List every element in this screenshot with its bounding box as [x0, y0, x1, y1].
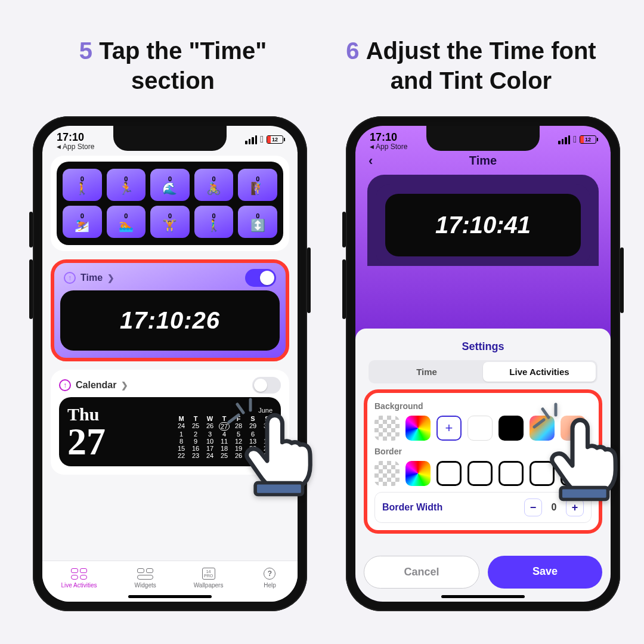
- swatch-border-magenta[interactable]: [561, 461, 586, 486]
- chevron-right-icon: ❯: [107, 273, 114, 283]
- activity-cell[interactable]: 0⛷️: [63, 206, 102, 238]
- home-indicator[interactable]: [441, 595, 525, 598]
- battery-icon: 12: [580, 135, 596, 144]
- widgets-icon: [137, 568, 153, 580]
- time-preview: 17:10:41: [385, 194, 581, 256]
- time-widget-preview: 17:10:26: [60, 290, 280, 351]
- phone-right: 17:10 App Store 􀙇 12 ‹ Time 17:10:41 Set…: [346, 116, 620, 611]
- segment-time[interactable]: Time: [370, 362, 483, 382]
- signal-icon: [245, 135, 257, 144]
- activity-cell[interactable]: 0🌊: [150, 169, 190, 201]
- activity-cell[interactable]: 0↕️: [238, 206, 277, 238]
- swatch-transparent[interactable]: [374, 416, 400, 441]
- border-width-stepper: − 0 +: [524, 499, 584, 516]
- activity-cell[interactable]: 0🏋️: [150, 206, 190, 238]
- background-swatches: +: [374, 416, 592, 441]
- settings-heading: Settings: [364, 340, 602, 353]
- activity-cell[interactable]: 0🧗: [238, 169, 277, 201]
- status-back-app[interactable]: App Store: [57, 143, 94, 151]
- tab-widgets[interactable]: Widgets: [135, 567, 156, 589]
- status-time: 17:10: [57, 132, 94, 143]
- page-title: Time: [469, 154, 497, 168]
- calendar-section-header[interactable]: ↑ Calendar ❯: [59, 377, 281, 394]
- swatch-gradient-soft[interactable]: [561, 416, 586, 441]
- cancel-button[interactable]: Cancel: [364, 556, 479, 589]
- status-back-app[interactable]: App Store: [370, 143, 407, 151]
- time-toggle[interactable]: [245, 269, 276, 287]
- swatch-border-blue[interactable]: [530, 461, 555, 486]
- settings-sheet: Settings Time Live Activities Background…: [355, 329, 611, 602]
- status-time: 17:10: [370, 132, 407, 143]
- notch: [426, 126, 540, 151]
- swatch-black[interactable]: [499, 416, 524, 441]
- swatch-transparent[interactable]: [374, 461, 400, 486]
- notch: [113, 126, 227, 151]
- back-button[interactable]: ‹: [369, 153, 373, 169]
- widget-preview-frame: 17:10:41: [367, 175, 599, 266]
- wifi-icon: 􀙇: [260, 134, 264, 145]
- stepper-value: 0: [547, 502, 561, 513]
- nav-bar: ‹ Time: [355, 154, 611, 168]
- swatch-border-orange[interactable]: [467, 461, 493, 486]
- activity-widget-card[interactable]: 0🚶0🏃0🌊0🚴0🧗0⛷️0🏊0🏋️0🚶‍♂️0↕️: [51, 156, 289, 251]
- time-section-header[interactable]: ↑ Time ❯: [64, 272, 114, 284]
- battery-icon: 12: [267, 135, 283, 144]
- swatch-color-picker[interactable]: [405, 461, 431, 486]
- wifi-icon: 􀙇: [573, 134, 577, 145]
- segment-live-activities[interactable]: Live Activities: [483, 362, 596, 382]
- activity-cell[interactable]: 0🚴: [194, 169, 234, 201]
- border-swatches: [374, 461, 592, 486]
- chevron-right-icon: ❯: [121, 380, 128, 390]
- stepper-minus[interactable]: −: [524, 499, 542, 516]
- stepper-plus[interactable]: +: [566, 499, 584, 516]
- tab-wallpapers[interactable]: 14PRO Wallpapers: [194, 567, 224, 589]
- background-label: Background: [374, 401, 592, 411]
- swatch-add[interactable]: +: [436, 416, 462, 441]
- swatch-border-red[interactable]: [436, 461, 462, 486]
- signal-icon: [558, 135, 570, 144]
- time-section-card[interactable]: ↑ Time ❯ 17:10:26: [51, 259, 289, 361]
- wallpapers-icon: 14PRO: [202, 568, 215, 580]
- settings-segment[interactable]: Time Live Activities: [369, 360, 597, 383]
- arrow-up-icon: ↑: [64, 272, 76, 284]
- activity-grid: 0🚶0🏃0🌊0🚴0🧗0⛷️0🏊0🏋️0🚶‍♂️0↕️: [57, 162, 283, 245]
- activity-cell[interactable]: 0🏃: [107, 169, 146, 201]
- step-number: 5: [79, 38, 92, 64]
- calendar-widget-preview: Thu 27 JuneMTWTFSS2425262728293012345678…: [59, 397, 281, 466]
- calendar-section-card[interactable]: ↑ Calendar ❯ Thu 27 JuneMTWTFSS242526272…: [51, 370, 289, 475]
- swatch-gradient-vivid[interactable]: [530, 416, 555, 441]
- home-indicator[interactable]: [128, 595, 212, 598]
- step-headings: 5 Tap the "Time" section 6 Adjust the Ti…: [0, 0, 644, 95]
- swatch-color-picker[interactable]: [405, 416, 431, 441]
- border-width-row: Border Width − 0 +: [374, 492, 592, 523]
- swatch-white[interactable]: [467, 416, 493, 441]
- calendar-toggle[interactable]: [252, 377, 281, 394]
- border-label: Border: [374, 447, 592, 456]
- settings-highlight-box: Background + Border: [364, 389, 602, 534]
- live-activities-icon: [71, 568, 87, 580]
- activity-cell[interactable]: 0🚶‍♂️: [194, 206, 234, 238]
- activity-cell[interactable]: 0🚶: [63, 169, 102, 201]
- step-number: 6: [346, 38, 359, 64]
- swatch-border-green[interactable]: [499, 461, 524, 486]
- arrow-up-icon: ↑: [59, 379, 71, 391]
- tab-help[interactable]: ? Help: [261, 567, 278, 589]
- step-5-heading: 5 Tap the "Time" section: [36, 36, 310, 95]
- phone-left: 17:10 App Store 􀙇 12 0🚶0🏃0🌊0🚴0🧗0⛷️0🏊0🏋️0…: [33, 116, 307, 611]
- save-button[interactable]: Save: [488, 556, 602, 589]
- step-6-heading: 6 Adjust the Time font and Tint Color: [334, 36, 608, 95]
- activity-cell[interactable]: 0🏊: [107, 206, 146, 238]
- tab-live-activities[interactable]: Live Activities: [61, 567, 97, 589]
- help-icon: ?: [264, 568, 275, 580]
